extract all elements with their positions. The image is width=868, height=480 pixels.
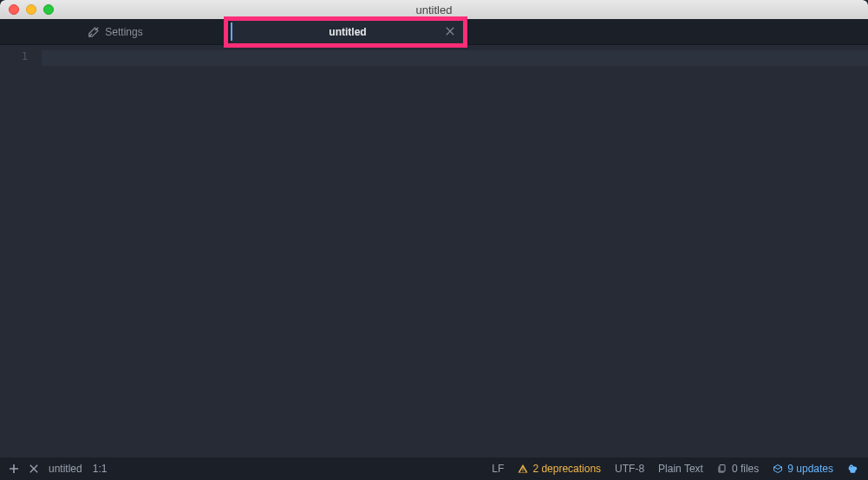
line-number: 1 xyxy=(0,50,28,62)
titlebar: untitled xyxy=(0,0,868,19)
close-tab-icon[interactable] xyxy=(444,25,456,37)
status-updates[interactable]: 9 updates xyxy=(773,463,833,475)
tab-bar: Settings untitled xyxy=(0,19,868,45)
status-encoding[interactable]: UTF-8 xyxy=(615,463,644,475)
status-cursor-position[interactable]: 1:1 xyxy=(93,463,108,475)
status-squirrel-icon[interactable] xyxy=(847,463,859,475)
package-icon xyxy=(773,464,783,474)
status-files-label: 0 files xyxy=(732,463,759,475)
editor-pane: 1 xyxy=(0,45,868,457)
line-number-gutter: 1 xyxy=(0,45,36,457)
status-line-ending[interactable]: LF xyxy=(492,463,504,475)
tab-untitled[interactable]: untitled xyxy=(231,19,465,44)
status-filename[interactable]: untitled xyxy=(49,463,82,475)
window-title: untitled xyxy=(0,3,868,16)
close-file-button[interactable] xyxy=(29,464,38,473)
text-editor[interactable] xyxy=(36,45,868,457)
tab-label: untitled xyxy=(329,26,366,38)
files-icon xyxy=(717,464,728,474)
svg-rect-0 xyxy=(720,465,725,472)
tab-settings[interactable]: Settings xyxy=(0,19,231,44)
status-deprecations-label: 2 deprecations xyxy=(532,463,601,475)
tab-label: Settings xyxy=(105,26,142,38)
editor-line xyxy=(42,50,868,66)
status-grammar[interactable]: Plain Text xyxy=(658,463,703,475)
editor-window: untitled Settings untitled 1 xyxy=(0,0,868,480)
warning-icon xyxy=(518,464,528,474)
status-fuzzy-files[interactable]: 0 files xyxy=(717,463,759,475)
status-deprecations[interactable]: 2 deprecations xyxy=(518,463,601,475)
new-file-button[interactable] xyxy=(9,464,19,474)
status-bar: untitled 1:1 LF 2 deprecations UTF-8 Pla… xyxy=(0,457,868,480)
status-updates-label: 9 updates xyxy=(787,463,833,475)
settings-icon xyxy=(88,26,100,38)
